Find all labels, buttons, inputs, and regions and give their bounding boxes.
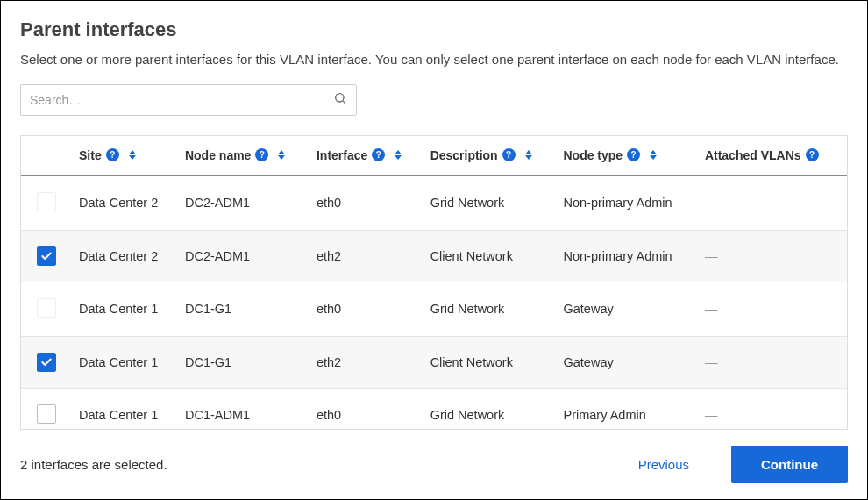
parent-interfaces-panel: Parent interfaces Select one or more par… — [0, 0, 868, 500]
cell-site: Data Center 2 — [75, 230, 180, 282]
col-nodetype-header[interactable]: Node type ? — [558, 136, 699, 175]
page-title: Parent interfaces — [20, 18, 848, 41]
table-row[interactable]: Data Center 1DC1-ADM1eth0Grid NetworkPri… — [21, 388, 847, 429]
col-site-header[interactable]: Site ? — [75, 136, 180, 175]
cell-node-name: DC1-ADM1 — [180, 388, 311, 429]
help-icon[interactable]: ? — [372, 148, 385, 161]
sort-icon[interactable] — [525, 150, 532, 160]
cell-site: Data Center 1 — [75, 388, 180, 429]
col-interface-header[interactable]: Interface ? — [311, 136, 425, 175]
interfaces-table-container: Site ? Node name ? — [20, 135, 848, 430]
cell-interface: eth0 — [311, 175, 425, 231]
cell-node-name: DC2-ADM1 — [180, 230, 311, 282]
sort-icon[interactable] — [650, 150, 657, 160]
table-row[interactable]: Data Center 1DC1-G1eth0Grid NetworkGatew… — [21, 282, 847, 336]
cell-description: Client Network — [425, 230, 559, 282]
table-row[interactable]: Data Center 2DC2-ADM1eth2Client NetworkN… — [21, 230, 847, 282]
search-input[interactable] — [30, 93, 333, 107]
row-checkbox[interactable] — [37, 192, 56, 211]
col-nodename-label: Node name — [185, 148, 251, 162]
sort-icon[interactable] — [129, 150, 136, 160]
cell-node-type: Gateway — [558, 282, 699, 336]
search-icon — [333, 91, 347, 108]
sort-icon[interactable] — [395, 150, 402, 160]
cell-attached-vlans: — — [700, 282, 847, 336]
previous-button[interactable]: Previous — [623, 448, 705, 481]
cell-interface: eth2 — [311, 230, 425, 282]
cell-interface: eth2 — [311, 336, 425, 388]
cell-site: Data Center 1 — [75, 336, 180, 388]
interfaces-table-scroll[interactable]: Site ? Node name ? — [21, 136, 847, 429]
cell-attached-vlans: — — [700, 388, 847, 429]
continue-button[interactable]: Continue — [731, 446, 848, 483]
svg-line-1 — [343, 102, 345, 104]
selection-count: 2 interfaces are selected. — [20, 457, 167, 472]
page-description: Select one or more parent interfaces for… — [20, 50, 848, 68]
svg-point-0 — [336, 94, 344, 102]
help-icon[interactable]: ? — [502, 148, 516, 161]
sort-icon[interactable] — [278, 150, 285, 160]
col-attachedvlans-header[interactable]: Attached VLANs ? — [700, 136, 847, 175]
interfaces-table: Site ? Node name ? — [21, 136, 847, 429]
cell-interface: eth0 — [311, 282, 425, 336]
cell-description: Client Network — [425, 336, 559, 388]
cell-attached-vlans: — — [700, 175, 847, 231]
cell-node-type: Primary Admin — [558, 388, 699, 429]
table-row[interactable]: Data Center 1DC1-G1eth2Client NetworkGat… — [21, 336, 847, 388]
row-checkbox[interactable] — [37, 353, 56, 372]
cell-node-type: Non-primary Admin — [558, 230, 699, 282]
table-row[interactable]: Data Center 2DC2-ADM1eth0Grid NetworkNon… — [21, 175, 847, 231]
search-field[interactable] — [20, 84, 357, 116]
cell-node-name: DC1-G1 — [180, 282, 311, 336]
cell-node-type: Gateway — [558, 336, 699, 388]
cell-node-type: Non-primary Admin — [558, 175, 699, 231]
col-checkbox-header — [21, 136, 75, 175]
help-icon[interactable]: ? — [106, 148, 119, 161]
cell-site: Data Center 2 — [75, 175, 180, 231]
col-site-label: Site — [79, 148, 102, 162]
col-description-header[interactable]: Description ? — [425, 136, 559, 175]
cell-node-name: DC2-ADM1 — [180, 175, 311, 231]
help-icon[interactable]: ? — [806, 148, 819, 161]
row-checkbox[interactable] — [37, 404, 56, 424]
col-nodename-header[interactable]: Node name ? — [180, 136, 311, 175]
row-checkbox[interactable] — [37, 246, 56, 266]
cell-description: Grid Network — [425, 282, 559, 336]
cell-interface: eth0 — [311, 388, 425, 429]
cell-site: Data Center 1 — [75, 282, 180, 336]
col-interface-label: Interface — [317, 148, 367, 162]
cell-node-name: DC1-G1 — [180, 336, 311, 388]
cell-description: Grid Network — [425, 175, 559, 231]
help-icon[interactable]: ? — [255, 148, 268, 161]
col-attachedvlans-label: Attached VLANs — [705, 148, 801, 162]
cell-attached-vlans: — — [700, 230, 847, 282]
row-checkbox[interactable] — [37, 298, 56, 318]
footer: 2 interfaces are selected. Previous Cont… — [20, 430, 848, 483]
col-nodetype-label: Node type — [563, 148, 623, 162]
col-description-label: Description — [430, 148, 498, 162]
cell-description: Grid Network — [425, 388, 559, 429]
cell-attached-vlans: — — [700, 336, 847, 388]
help-icon[interactable]: ? — [627, 148, 640, 161]
